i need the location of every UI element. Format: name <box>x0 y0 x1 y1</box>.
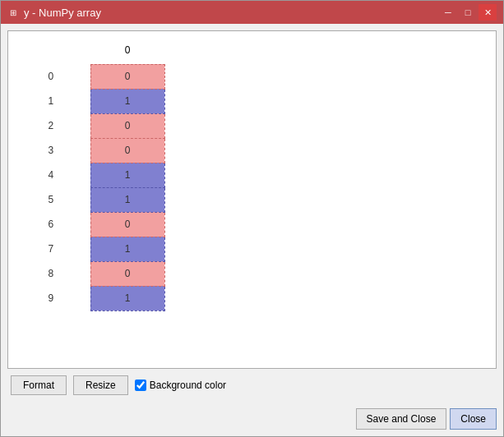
bottom-bar: Save and Close Close <box>1 405 503 436</box>
row-index-cell: 9 <box>16 286 90 310</box>
background-color-checkbox[interactable] <box>135 380 146 391</box>
row-index-cell: 2 <box>16 113 90 138</box>
table-row: 51 <box>16 187 164 212</box>
row-index-cell: 8 <box>16 261 90 286</box>
array-cell: 0 <box>90 212 164 237</box>
array-cell: 0 <box>90 138 164 163</box>
col-header-0: 0 <box>90 39 164 64</box>
table-row: 71 <box>16 237 164 261</box>
array-cell: 1 <box>90 89 164 113</box>
array-cell: 1 <box>90 286 164 310</box>
table-row: 11 <box>16 89 164 113</box>
table-row: 00 <box>16 64 164 89</box>
array-cell: 1 <box>90 187 164 212</box>
title-bar: ⊞ y - NumPy array ─ □ ✕ <box>1 1 503 24</box>
row-index-cell: 0 <box>16 64 90 89</box>
array-cell: 1 <box>90 237 164 261</box>
close-button-bottom[interactable]: Close <box>450 408 497 430</box>
row-index-cell: 3 <box>16 138 90 163</box>
resize-button[interactable]: Resize <box>73 375 128 395</box>
array-cell: 0 <box>90 64 164 89</box>
format-button[interactable]: Format <box>11 375 67 395</box>
row-index-cell: 7 <box>16 237 90 261</box>
title-bar-left: ⊞ y - NumPy array <box>7 7 101 19</box>
array-cell: 0 <box>90 113 164 138</box>
table-row: 60 <box>16 212 164 237</box>
window-icon: ⊞ <box>7 7 19 18</box>
corner-cell <box>16 39 90 64</box>
table-row: 80 <box>16 261 164 286</box>
window-title: y - NumPy array <box>24 7 101 19</box>
table-row: 41 <box>16 163 164 187</box>
background-color-text: Background color <box>150 380 226 391</box>
table-row: 30 <box>16 138 164 163</box>
row-index-cell: 5 <box>16 187 90 212</box>
array-cell: 0 <box>90 261 164 286</box>
row-index-cell: 4 <box>16 163 90 187</box>
content-area: 0 00112030415160718091 Format Resize Bac… <box>1 24 503 405</box>
close-button[interactable]: ✕ <box>479 4 497 21</box>
array-table: 0 00112030415160718091 <box>16 39 165 311</box>
maximize-button[interactable]: □ <box>459 4 477 21</box>
array-cell: 1 <box>90 163 164 187</box>
background-color-label[interactable]: Background color <box>135 380 226 391</box>
row-index-cell: 1 <box>16 89 90 113</box>
row-index-cell: 6 <box>16 212 90 237</box>
table-row: 91 <box>16 286 164 310</box>
table-row: 20 <box>16 113 164 138</box>
save-and-close-button[interactable]: Save and Close <box>356 408 447 430</box>
main-window: ⊞ y - NumPy array ─ □ ✕ 0 00112030415160… <box>0 0 504 437</box>
toolbar: Format Resize Background color <box>7 369 497 398</box>
array-display: 0 00112030415160718091 <box>7 30 497 369</box>
minimize-button[interactable]: ─ <box>439 4 457 21</box>
title-bar-controls: ─ □ ✕ <box>439 4 497 21</box>
